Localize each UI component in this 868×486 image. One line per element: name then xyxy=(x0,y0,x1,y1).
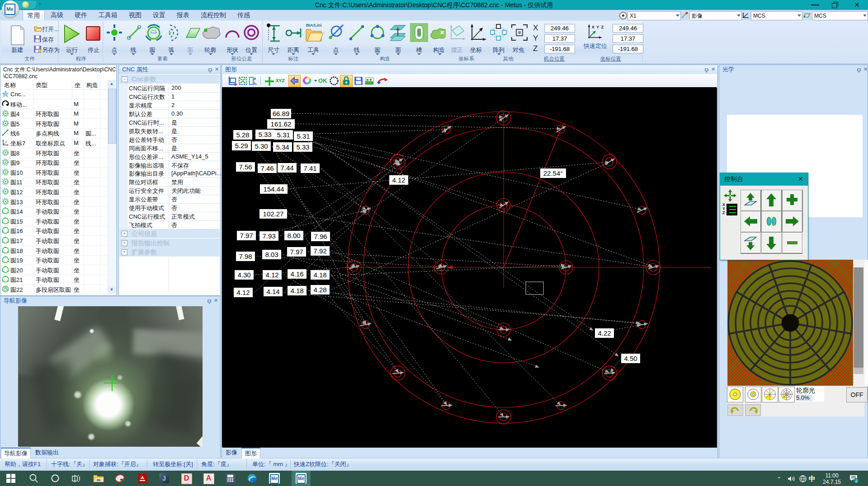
svg-text:7.56: 7.56 xyxy=(239,163,252,171)
svg-text:7.98: 7.98 xyxy=(239,252,252,260)
svg-text:7.97: 7.97 xyxy=(240,232,253,239)
svg-text:5.29: 5.29 xyxy=(235,142,248,150)
svg-text:161.62: 161.62 xyxy=(271,120,292,128)
svg-text:8.00: 8.00 xyxy=(287,232,300,239)
svg-text:7.97: 7.97 xyxy=(290,248,303,256)
svg-text:4.12: 4.12 xyxy=(236,289,250,296)
svg-text:7.92: 7.92 xyxy=(313,247,326,255)
svg-text:4.50: 4.50 xyxy=(624,355,637,362)
svg-text:4.22: 4.22 xyxy=(598,329,611,337)
svg-text:5.30: 5.30 xyxy=(255,142,268,150)
svg-text:5.31: 5.31 xyxy=(277,131,290,139)
svg-text:2: 2 xyxy=(855,479,857,483)
svg-text:4.16: 4.16 xyxy=(290,270,303,278)
svg-text:4.14: 4.14 xyxy=(266,288,279,295)
svg-text:7.93: 7.93 xyxy=(262,232,275,240)
svg-text:7.44: 7.44 xyxy=(280,164,293,172)
svg-text:4.28: 4.28 xyxy=(313,286,326,294)
svg-text:5.33: 5.33 xyxy=(296,143,309,151)
svg-text:4.12: 4.12 xyxy=(392,176,405,184)
svg-text:22.54°: 22.54° xyxy=(543,169,563,177)
svg-text:4.18: 4.18 xyxy=(313,271,326,279)
svg-text:X Y Z: X Y Z xyxy=(592,25,604,29)
svg-text:5.31: 5.31 xyxy=(297,132,310,140)
svg-text:7.41: 7.41 xyxy=(303,164,316,172)
svg-text:7.96: 7.96 xyxy=(314,233,327,240)
svg-text:4.30: 4.30 xyxy=(237,271,250,279)
svg-text:4.12: 4.12 xyxy=(265,271,278,279)
svg-text:102.27: 102.27 xyxy=(263,210,284,218)
svg-text:4.18: 4.18 xyxy=(290,287,303,294)
svg-text:66.89: 66.89 xyxy=(273,110,290,117)
svg-text:5.28: 5.28 xyxy=(236,131,249,139)
svg-text:5.34: 5.34 xyxy=(276,143,289,151)
svg-text:7.46: 7.46 xyxy=(260,164,274,172)
svg-text:8.03: 8.03 xyxy=(265,251,278,258)
svg-text:5.33: 5.33 xyxy=(258,131,271,138)
svg-text:154.44: 154.44 xyxy=(264,185,284,193)
svg-text:BIAS.ini: BIAS.ini xyxy=(306,23,322,28)
